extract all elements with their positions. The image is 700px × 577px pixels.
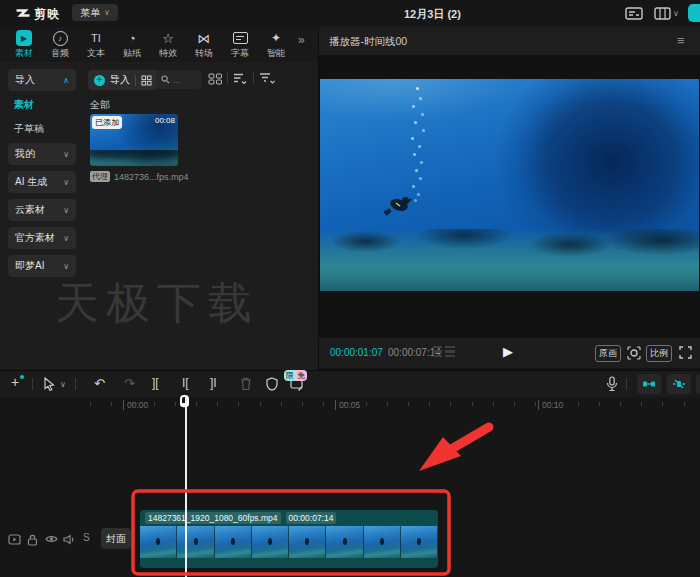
plus-icon: + [94,75,105,86]
sidebar-item-subdraft[interactable]: 子草稿 [14,122,44,136]
sidebar-item-mine[interactable]: 我的 ∨ [8,143,76,165]
layout-icon[interactable] [654,7,671,20]
tab-label: 特效 [159,47,177,60]
preview-quality-icon[interactable] [433,346,455,359]
more-tabs-icon[interactable]: » [298,33,305,47]
sidebar-item-material[interactable]: 素材 [14,98,34,112]
filmstrip-frame [215,526,252,558]
tab-subtitle[interactable]: 字幕 [222,27,258,60]
mute-speaker-icon[interactable] [63,534,76,545]
filmstrip-frame [289,526,326,558]
lock-icon[interactable] [27,534,38,546]
chevron-down-icon: ∨ [104,8,110,17]
chevron-down-icon[interactable]: ∨ [60,380,66,389]
divider [32,378,33,390]
divider [135,75,136,86]
tab-label: 字幕 [231,47,249,60]
linkage-icon [672,378,686,390]
sparkle-icon: ✦ [268,30,284,46]
sidebar-item-ai-generate[interactable]: AI 生成 ∨ [8,171,76,193]
eye-icon[interactable] [45,534,58,544]
playhead-line[interactable] [185,397,187,577]
tab-label: 转场 [195,47,213,60]
linkage-toggle-button[interactable] [667,374,691,394]
filmstrip-frame [401,526,438,558]
sticker-icon: ◔ [124,30,140,46]
badge-right: 免 [296,370,308,381]
trim-left-button[interactable]: I[ [182,376,189,390]
chevron-down-icon: ∨ [63,206,69,215]
current-timecode: 00:00:01:07 [330,347,383,358]
main-track-icon[interactable] [8,534,21,545]
solo-track-icon[interactable]: S [83,532,90,543]
text-icon: TI [88,30,104,46]
tab-effects[interactable]: ☆ 特效 [150,27,186,60]
snap-icon [642,379,656,389]
microphone-icon[interactable] [606,376,618,392]
title-bar: 剪映 菜单 ∨ 12月3日 (2) ∨ [0,0,700,27]
import-button[interactable]: + 导入 [88,70,158,90]
tab-media[interactable]: ▶ 素材 [6,27,42,60]
playhead-handle[interactable] [180,395,189,407]
snap-toggle-button[interactable] [637,374,661,394]
ratio-button[interactable]: 比例 [646,345,672,362]
tab-transition[interactable]: ⋈ 转场 [186,27,222,60]
sort-icon[interactable] [233,72,247,85]
search-field[interactable] [156,70,202,89]
chevron-down-icon: ∨ [63,178,69,187]
sidebar-label: AI 生成 [15,175,47,189]
search-input[interactable] [173,75,197,85]
tab-smart[interactable]: ✦ 智能 [258,27,294,60]
chevron-up-icon: ∧ [63,76,69,85]
media-clip-thumbnail[interactable]: 已添加 00:08 [90,114,178,166]
split-button[interactable]: ][ [152,376,159,390]
import-label: 导入 [110,73,130,87]
app-logo-text: 剪映 [34,6,60,23]
transition-icon: ⋈ [196,30,212,46]
video-letterbox [319,55,700,338]
delete-button[interactable] [240,377,252,391]
video-preview[interactable] [320,79,699,291]
search-icon [161,75,170,84]
captions-icon[interactable] [625,7,643,20]
project-date: 12月3日 (2) [404,7,461,22]
sidebar-label: 我的 [15,147,35,161]
play-button[interactable]: ▶ [503,344,513,359]
trim-right-button[interactable]: ]I [210,376,217,390]
tab-label: 音频 [51,47,69,60]
menu-button[interactable]: 菜单 ∨ [72,4,118,21]
view-grid-icon[interactable] [208,73,223,85]
original-quality-button[interactable]: 原画 [595,345,621,362]
fullscreen-icon[interactable] [679,346,692,359]
mask-shield-icon[interactable] [266,377,278,391]
sidebar-item-cloud[interactable]: 云素材 ∨ [8,199,76,221]
select-cursor-icon[interactable] [43,377,56,391]
add-track-button[interactable]: + [11,374,19,390]
tab-text[interactable]: TI 文本 [78,27,114,60]
tab-audio[interactable]: ♪ 音频 [42,27,78,60]
sidebar-label: 即梦AI [15,259,44,273]
player-menu-icon[interactable]: ≡ [677,33,685,48]
badge-left: 限 [284,370,296,381]
chevron-down-icon[interactable]: ∨ [673,9,679,18]
preview-axis-toggle-partial[interactable] [696,374,700,394]
filter-icon[interactable] [259,72,275,85]
grid-import-icon[interactable] [141,75,152,86]
player-header: 播放器-时间线00 ≡ [319,27,700,55]
cover-button[interactable]: 封面 [101,528,131,549]
redo-button[interactable]: ↷ [124,376,135,391]
menu-label: 菜单 [80,6,100,20]
export-button-partial[interactable] [688,4,700,22]
watermark-text: 天极下载 [55,274,259,333]
capcut-window: 剪映 菜单 ∨ 12月3日 (2) ∨ ▶ 素材 ♪ 音频 TI 文本 [0,0,700,577]
media-clip-filename-row: 代理 1482736...fps.mp4 [90,171,189,182]
focus-icon[interactable] [627,346,641,360]
undo-button[interactable]: ↶ [94,376,105,391]
tab-sticker[interactable]: ◔ 贴纸 [114,27,150,60]
cover-label: 封面 [106,532,126,546]
filter-all-label[interactable]: 全部 [90,98,110,112]
seafloor [320,229,699,291]
sidebar-item-official[interactable]: 官方素材 ∨ [8,227,76,249]
filmstrip-frame [252,526,289,558]
sidebar-item-import[interactable]: 导入 ∧ [8,69,76,91]
